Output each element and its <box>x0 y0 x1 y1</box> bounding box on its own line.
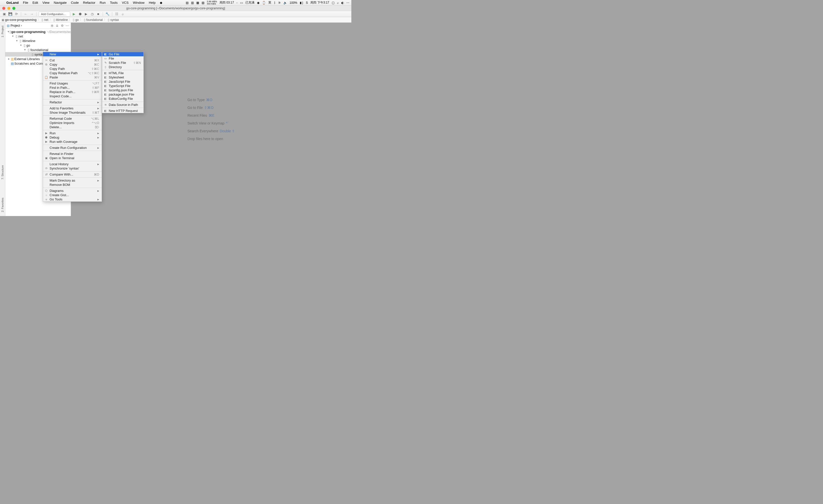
spotlight-icon[interactable]: ⌕ <box>337 1 339 5</box>
breadcrumb-item[interactable]: ▯syntax <box>108 18 119 22</box>
menu-item[interactable]: Reveal in Finder <box>43 152 102 156</box>
menu-item[interactable]: ⇄Compare With...⌘D <box>43 172 102 177</box>
menu-help[interactable]: Help <box>149 1 156 5</box>
run-config-combo[interactable]: Add Configuration... <box>39 12 70 17</box>
run-icon[interactable]: ▶ <box>72 12 76 16</box>
tab-favorites[interactable]: 2: Favorites <box>1 196 5 214</box>
menu-item[interactable]: Create Run Configuration▶ <box>43 146 102 150</box>
breadcrumb-item[interactable]: ▯go <box>73 18 78 22</box>
menu-item[interactable]: Copy Path⇧⌘C <box>43 67 102 71</box>
menu-item[interactable]: ◧Stylesheet <box>102 75 144 79</box>
coverage-icon[interactable]: ▶ <box>84 12 88 16</box>
volume-icon[interactable]: 🔈 <box>283 1 287 5</box>
tray-icon[interactable]: S <box>306 1 308 5</box>
menu-item[interactable]: 📋Paste⌘V <box>43 75 102 79</box>
hide-icon[interactable]: — <box>65 24 69 27</box>
bluetooth-icon[interactable]: ᛒ <box>274 1 276 5</box>
notification-icon[interactable]: ◆ <box>160 1 162 5</box>
menu-navigate[interactable]: Navigate <box>53 1 66 5</box>
menu-item[interactable]: Replace in Path...⇧⌘R <box>43 90 102 94</box>
breadcrumb-item[interactable]: ▣go-core-programming <box>2 18 36 22</box>
menu-item[interactable]: ◧New HTTP Request <box>102 109 144 113</box>
menu-item[interactable]: ◧Go File <box>102 52 144 56</box>
tree-folder-ittimeline[interactable]: ▼▯ittimeline <box>5 38 71 43</box>
sync-icon[interactable]: ⟳ <box>14 12 19 16</box>
tray-icon[interactable]: ▥ <box>191 1 194 5</box>
menu-item[interactable]: ◧EditorConfig File <box>102 96 144 101</box>
menu-item[interactable]: Remove BOM <box>43 183 102 187</box>
debug-icon[interactable]: ⬢ <box>78 12 82 16</box>
tab-project[interactable]: 1: Project <box>1 24 5 39</box>
menu-item[interactable]: ⬡Diagrams▶ <box>43 189 102 193</box>
menu-item[interactable]: Find Usages⌥F7 <box>43 81 102 85</box>
menu-item[interactable]: New▶ <box>43 52 102 56</box>
menu-item[interactable]: Copy Relative Path⌥⇧⌘C <box>43 71 102 75</box>
menu-item[interactable]: Inspect Code... <box>43 94 102 98</box>
menu-item[interactable]: ▣Open in Terminal <box>43 156 102 160</box>
menu-item[interactable]: Local History▶ <box>43 162 102 166</box>
stop-icon[interactable]: ■ <box>96 12 101 16</box>
menubar-app-name[interactable]: GoLand <box>6 1 19 5</box>
build-icon[interactable]: 🔧 <box>105 12 110 16</box>
menu-window[interactable]: Window <box>133 1 145 5</box>
structure-icon[interactable]: ☷ <box>115 12 119 16</box>
menu-item[interactable]: ⧉Copy⌘C <box>43 62 102 67</box>
menu-item[interactable]: ○Create Gist... <box>43 193 102 197</box>
menu-item[interactable]: Find in Path...⇧⌘F <box>43 85 102 90</box>
menu-item[interactable]: ≋Data Source in Path <box>102 102 144 107</box>
menu-item[interactable]: ◧HTML File <box>102 71 144 75</box>
menu-item[interactable]: ◧JavaScript File <box>102 79 144 84</box>
menu-item[interactable]: Optimize Imports^⌥O <box>43 121 102 125</box>
notification-center-icon[interactable]: ⋯ <box>346 1 349 5</box>
tree-project-root[interactable]: ▼▯ go-core-programming~/Documents/work <box>5 29 71 34</box>
gear-icon[interactable]: ⚙ <box>60 24 64 27</box>
menu-item[interactable]: ◧package.json File <box>102 92 144 96</box>
menu-item[interactable]: ◧tsconfig.json File <box>102 88 144 92</box>
profile-icon[interactable]: ◷ <box>90 12 95 16</box>
wifi-icon[interactable]: ⚞ <box>278 1 281 5</box>
menu-refactor[interactable]: Refactor <box>83 1 96 5</box>
tray-icon[interactable]: ◉ <box>257 1 260 5</box>
menu-item[interactable]: ◧TypeScript File <box>102 84 144 88</box>
menu-item[interactable]: ⟳Synchronize 'syntax' <box>43 166 102 171</box>
menu-run[interactable]: Run <box>100 1 106 5</box>
minimize-icon[interactable] <box>7 7 10 10</box>
menu-item[interactable]: ▯Directory <box>102 65 144 69</box>
tray-icon[interactable]: ▤ <box>186 1 188 5</box>
menu-item[interactable]: Show Image Thumbnails⇧⌘T <box>43 110 102 115</box>
siri-icon[interactable]: ◐ <box>341 1 344 5</box>
menu-item[interactable]: ▶Run with Coverage <box>43 140 102 144</box>
tab-structure[interactable]: 7: Structure <box>1 164 5 181</box>
menu-tools[interactable]: Tools <box>110 1 118 5</box>
project-view-title[interactable]: Project <box>11 24 20 27</box>
menu-file[interactable]: File <box>23 1 28 5</box>
input-method-icon[interactable]: 英 <box>268 1 271 5</box>
tree-folder-go[interactable]: ▼▯go <box>5 43 71 47</box>
menu-item[interactable]: ✎Scratch File⇧⌘N <box>102 61 144 65</box>
menu-item[interactable]: Reformat Code⌥⌘L <box>43 116 102 121</box>
maximize-icon[interactable] <box>12 7 15 10</box>
tree-folder-foundational[interactable]: ▼▯foundational <box>5 47 71 52</box>
collapse-all-icon[interactable]: ⇊ <box>55 24 59 27</box>
menu-item[interactable]: ✂Cut⌘X <box>43 58 102 62</box>
breadcrumb-item[interactable]: ▯net <box>41 18 48 22</box>
open-icon[interactable]: ▣ <box>2 12 7 16</box>
menu-view[interactable]: View <box>42 1 49 5</box>
menu-item[interactable]: ≡Go Tools▶ <box>43 197 102 202</box>
breadcrumb-item[interactable]: ▯ittimeline <box>53 18 68 22</box>
display-icon[interactable]: ▢ <box>332 1 334 5</box>
tray-icon[interactable]: ▦ <box>196 1 199 5</box>
menu-item[interactable]: ⬢Debug▶ <box>43 135 102 140</box>
menu-item[interactable]: ▶Run▶ <box>43 131 102 135</box>
scroll-from-source-icon[interactable]: ⊕ <box>50 24 54 27</box>
menu-item[interactable]: ▭File <box>102 56 144 61</box>
close-icon[interactable] <box>2 7 5 10</box>
tray-icon[interactable]: ⌚ <box>262 1 266 5</box>
tray-icon[interactable]: ▧ <box>202 1 204 5</box>
search-icon[interactable]: ⌕ <box>121 12 125 16</box>
menu-item[interactable]: Refactor▶ <box>43 100 102 104</box>
menu-code[interactable]: Code <box>71 1 79 5</box>
menu-vcs[interactable]: VCS <box>122 1 129 5</box>
save-icon[interactable]: 💾 <box>8 12 13 16</box>
menu-item[interactable]: Mark Directory as▶ <box>43 178 102 183</box>
